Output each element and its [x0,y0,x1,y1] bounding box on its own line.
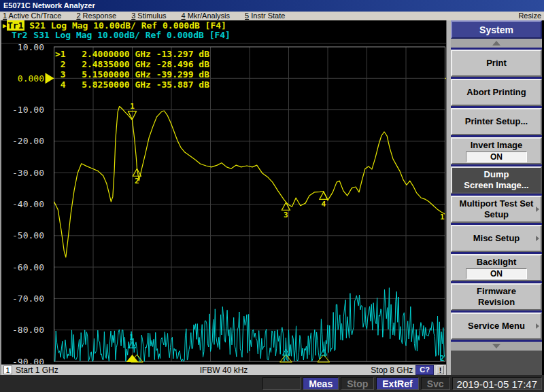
stimulus-strip: 1 Start 1 GHz IFBW 40 kHz Stop 8 GHz C? … [1,364,446,375]
softkey-dump-screen-image[interactable]: Dump Screen Image... [451,166,542,194]
trace2-marker-1-label: 1 [129,334,133,341]
instrument-screen: ▶Tr1 S21 Log Mag 10.00dB/ Ref 0.000dB [F… [0,20,446,375]
y-axis-tick-label: -50.00 [12,230,44,240]
softkey-buttons: PrintAbort PrintingPrinter Setup...Inver… [451,48,542,342]
marker-1-label: 1 [130,102,135,111]
menu-items: 1 Active Ch/Trace2 Response3 Stimulus4 M… [3,12,285,20]
trace-format-text: S21 Log Mag 10.00dB/ Ref 0.000dB [F4] [24,20,226,31]
alert-button[interactable]: ! [437,366,444,374]
marker-2-label: 2 [135,177,139,185]
active-trace-arrow-icon [3,31,11,39]
softkey-multiport-test-set-setup[interactable]: Multiport Test Set Setup [451,196,542,223]
window-title: E5071C Network Analyzer [3,1,95,10]
softkey-label: Abort Printing [452,87,541,98]
softkey-abort-printing[interactable]: Abort Printing [451,79,542,106]
marker-readout-row: 4 5.8250000 GHz -35.887 dB [55,79,209,90]
stimulus-marker-3-icon[interactable] [279,355,292,362]
stimulus-marker-1-icon[interactable] [126,355,139,362]
marker-4-label: 4 [322,200,326,209]
softkey-state-value: ON [466,152,527,162]
meas-indicator: Meas [303,377,339,390]
title-bar: E5071C Network Analyzer [0,0,544,12]
menu-item-instr-state[interactable]: 5 Instr State [245,12,285,20]
y-axis-tick-label: -10.00 [12,105,44,115]
stop-frequency-label: Stop 8 GHz [371,366,413,375]
softkey-printer-setup[interactable]: Printer Setup... [451,108,542,135]
scroll-up-button[interactable] [451,39,542,48]
softkey-label: Firmware Revision [452,286,541,308]
softkey-column: System PrintAbort PrintingPrinter Setup.… [451,20,542,375]
softkey-sidebar: System PrintAbort PrintingPrinter Setup.… [446,20,544,375]
trace-id-chip: Tr2 [11,30,28,40]
extref-indicator: ExtRef [376,377,418,390]
menu-item-stimulus[interactable]: 3 Stimulus [131,12,166,20]
softkey-label: Backlight [452,257,541,268]
y-axis-tick-label: -30.00 [12,168,44,178]
softkey-state-value: ON [466,268,527,279]
triangle-down-icon [492,344,500,349]
marker-readout-row: 2 2.4835000 GHz -28.496 dB [55,59,209,69]
triangle-up-icon [492,41,500,46]
softkey-label: Misc Setup [452,233,541,244]
trace2-end-label: 2 [440,354,445,363]
resize-button[interactable]: Resize [518,12,541,20]
y-axis-tick-label: -80.00 [12,325,44,335]
trace-status-tr2[interactable]: Tr2 S31 Log Mag 10.00dB/ Ref 0.000dB [F4… [3,31,231,40]
sweep-progress-box [262,377,301,390]
reference-marker-left-icon [46,73,54,84]
channel-number: 1 [3,366,12,374]
softkey-label: Multiport Test Set Setup [452,198,541,220]
softkey-label: Invert Image [452,140,541,151]
marker-readout-row: >1 2.4000000 GHz -13.297 dB [55,49,209,59]
start-frequency-label: Start 1 GHz [16,366,58,375]
y-axis-tick-label: 10.00 [18,42,44,52]
y-axis-tick-label: -40.00 [12,199,44,209]
y-axis-tick-label: 0.000 [18,73,44,84]
submenu-arrow-icon [536,323,539,329]
y-axis-tick-label: -90.00 [12,357,44,365]
y-axis-tick-label: -60.00 [12,262,44,272]
stop-indicator: Stop [341,377,374,390]
y-axis-tick-label: -70.00 [12,293,44,304]
status-bar: Meas Stop ExtRef Svc 2019-01-05 17:47 [0,375,544,392]
menu-item-mkr-analysis[interactable]: 4 Mkr/Analysis [182,12,231,20]
softkey-label: Service Menu [452,321,541,332]
menu-item-response[interactable]: 2 Response [76,12,116,20]
y-axis-tick-label: -20.00 [12,136,44,146]
scroll-down-button[interactable] [451,342,542,351]
trace-format-text: S31 Log Mag 10.00dB/ Ref 0.000dB [F4] [29,30,231,40]
app-window: E5071C Network Analyzer 1 Active Ch/Trac… [0,0,544,392]
softkey-backlight[interactable]: BacklightON [451,254,542,281]
menu-item-active-ch-trace[interactable]: 1 Active Ch/Trace [3,12,61,20]
softkey-invert-image[interactable]: Invert ImageON [451,137,542,164]
svc-indicator: Svc [421,377,450,390]
ifbw-label: IFBW 40 kHz [200,366,248,375]
correction-status-badge[interactable]: C? [415,365,434,375]
marker-readout-row: 3 5.1500000 GHz -39.299 dB [55,69,209,79]
stop-group: Stop 8 GHz C? ! [371,365,444,375]
softkey-label: Dump Screen Image... [452,169,541,191]
trace-id-chip: Tr1 [7,20,24,31]
menu-bar: 1 Active Ch/Trace2 Response3 Stimulus4 M… [0,12,544,20]
trace1-end-label: 1 [440,213,445,221]
sidebar-filler [451,351,542,375]
softkey-misc-setup[interactable]: Misc Setup [451,225,542,252]
softkey-menu-title: System [451,20,542,39]
sidebar-gutter [446,20,451,375]
softkey-print[interactable]: Print [451,50,542,77]
submenu-arrow-icon [536,207,539,212]
marker-table: >1 2.4000000 GHz -13.297 dB 2 2.4835000 … [55,49,209,90]
submenu-arrow-icon [536,236,539,241]
softkey-firmware-revision[interactable]: Firmware Revision [451,283,542,310]
datetime-display: 2019-01-05 17:47 [452,377,542,390]
marker-3-label: 3 [284,211,288,219]
trace-status-tr1[interactable]: ▶Tr1 S21 Log Mag 10.00dB/ Ref 0.000dB [F… [3,21,226,31]
softkey-label: Print [452,58,541,69]
softkey-service-menu[interactable]: Service Menu [451,313,542,340]
softkey-label: Printer Setup... [452,116,541,127]
